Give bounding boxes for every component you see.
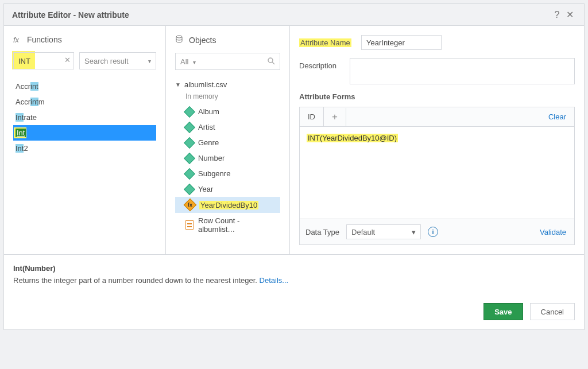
attribute-icon: [184, 153, 195, 164]
data-type-select[interactable]: Default ▾: [346, 224, 421, 239]
clear-expression-link[interactable]: Clear: [540, 112, 574, 121]
object-item[interactable]: Genre: [175, 135, 280, 150]
data-type-value: Default: [351, 228, 375, 236]
search-scope-label: Search result: [84, 57, 129, 65]
attribute-icon: [184, 137, 195, 149]
tab-id[interactable]: ID: [300, 107, 324, 126]
function-item[interactable]: Int2: [13, 141, 156, 156]
cancel-button[interactable]: Cancel: [530, 303, 575, 320]
data-type-label: Data Type: [305, 228, 339, 236]
object-item[interactable]: Album: [175, 104, 280, 119]
attribute-name-input[interactable]: [361, 35, 442, 50]
chevron-down-icon: ▾: [412, 228, 416, 236]
attribute-forms-header: Attribute Forms: [299, 92, 575, 101]
object-label: Artist: [198, 123, 215, 131]
object-label: Album: [198, 107, 219, 116]
attribute-editor-dialog: Attribute Editor - New attribute ? ✕ fx …: [3, 3, 585, 330]
form-panel: Attribute Name Description Attribute For…: [290, 26, 584, 254]
svg-point-0: [176, 36, 182, 38]
object-tree: ▼ albumlist.csv In memory AlbumArtistGen…: [175, 78, 280, 237]
function-signature: Int(Number): [13, 264, 575, 273]
function-item[interactable]: Intrate: [13, 110, 156, 125]
object-item[interactable]: Number: [175, 150, 280, 166]
add-form-button[interactable]: +: [324, 108, 346, 126]
attribute-icon: [184, 168, 195, 180]
object-label: Genre: [198, 138, 219, 147]
object-label: Year: [198, 185, 213, 193]
search-scope-dropdown[interactable]: Search result ▾: [79, 52, 156, 69]
derived-attribute-icon: fx: [184, 199, 197, 212]
object-label: Row Count - albumlist…: [198, 216, 277, 234]
expression-editor[interactable]: INT(YearDividedBy10@ID): [300, 127, 574, 219]
save-button[interactable]: Save: [483, 303, 523, 320]
fx-icon: fx: [13, 36, 24, 44]
object-item[interactable]: Year: [175, 181, 280, 197]
objects-header: Objects: [189, 36, 216, 45]
object-label: Number: [198, 154, 225, 162]
objects-filter[interactable]: All ▾: [175, 53, 280, 70]
description-input[interactable]: [350, 58, 575, 84]
functions-header: Functions: [27, 35, 62, 44]
object-item[interactable]: Subgenre: [175, 166, 280, 181]
function-hint: Int(Number) Returns the integer part of …: [4, 254, 584, 294]
object-label: YearDividedBy10: [199, 201, 258, 209]
function-item[interactable]: Accrint: [13, 79, 156, 94]
dialog-footer: Save Cancel: [4, 294, 584, 329]
object-item[interactable]: fxYearDividedBy10: [175, 197, 280, 213]
attribute-icon: [184, 106, 195, 118]
dataset-node[interactable]: ▼ albumlist.csv: [175, 78, 280, 91]
chevron-down-icon: ▾: [148, 58, 151, 64]
validate-link[interactable]: Validate: [537, 227, 568, 238]
function-search-input[interactable]: [13, 52, 74, 69]
info-icon[interactable]: i: [428, 227, 438, 237]
collapse-icon: ▼: [175, 81, 181, 88]
help-icon[interactable]: ?: [551, 10, 563, 20]
svg-point-1: [268, 58, 273, 63]
details-link[interactable]: Details...: [260, 276, 289, 285]
expression-text: INT(YearDividedBy10@ID): [307, 134, 398, 142]
chevron-down-icon: ▾: [193, 59, 196, 65]
dataset-label: albumlist.csv: [184, 80, 227, 89]
objects-filter-label: All: [180, 57, 188, 66]
row-count-icon: [185, 220, 194, 230]
attribute-icon: [184, 122, 195, 133]
function-description: Returns the integer part of a number rou…: [13, 276, 260, 285]
object-label: Subgenre: [198, 169, 230, 178]
close-icon[interactable]: ✕: [563, 9, 576, 20]
object-item[interactable]: Artist: [175, 119, 280, 135]
attribute-name-label: Attribute Name: [299, 35, 361, 47]
objects-panel: Objects All ▾ ▼ albumlist.csv In memory …: [166, 26, 290, 254]
function-list: AccrintAccrintmIntrateIntInt2: [13, 79, 156, 156]
search-icon[interactable]: [267, 57, 275, 67]
svg-line-2: [272, 62, 274, 64]
function-item[interactable]: Accrintm: [13, 94, 156, 110]
object-item[interactable]: Row Count - albumlist…: [175, 213, 280, 237]
description-label: Description: [299, 58, 350, 70]
function-search[interactable]: ✕: [13, 52, 74, 69]
function-item[interactable]: Int: [13, 125, 156, 141]
dataset-status: In memory: [175, 92, 280, 100]
attribute-icon: [184, 184, 195, 195]
dialog-title: Attribute Editor - New attribute: [12, 10, 129, 20]
titlebar: Attribute Editor - New attribute ? ✕: [4, 4, 584, 26]
functions-panel: fx Functions ✕ Search result ▾ AccrintAc…: [4, 26, 166, 254]
objects-icon: [175, 35, 185, 45]
attribute-forms-box: ID + Clear INT(YearDividedBy10@ID) Data …: [299, 107, 575, 245]
